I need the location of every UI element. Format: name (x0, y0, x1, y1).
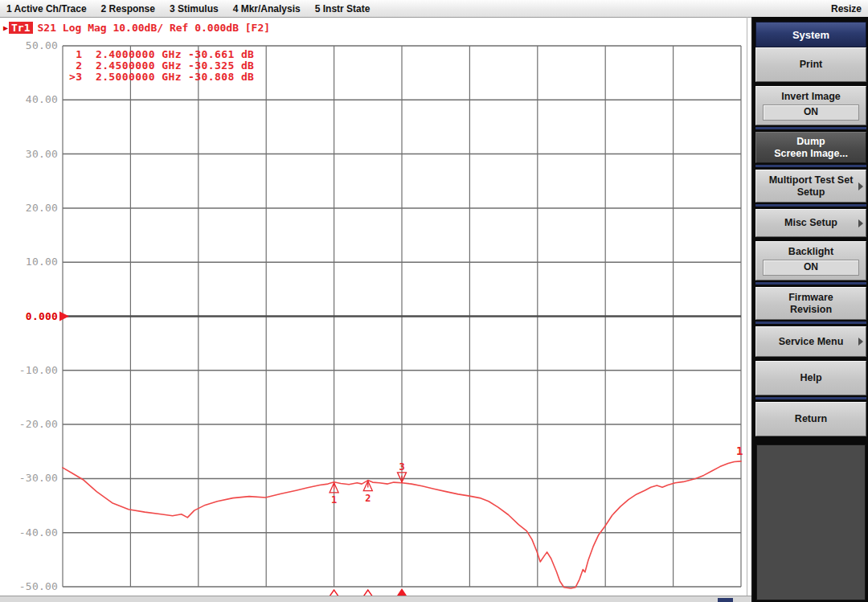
toggle-state-invert-image: ON (763, 104, 859, 121)
plot-sidebar-divider (747, 17, 747, 596)
sidebar-button-backlight[interactable]: BacklightON (755, 241, 866, 281)
sidebar-group-separator (755, 320, 866, 326)
sidebar-button-misc-setup[interactable]: Misc Setup (755, 209, 866, 237)
y-tick-label-10-00: 10.00 (0, 256, 58, 268)
sidebar-group-separator (755, 281, 866, 287)
sidebar-button-label: Misc Setup (784, 217, 837, 229)
marker-readout: 1 2.4000000 GHz -30.661 dB 2 2.4500000 G… (69, 49, 254, 83)
menu-item-5-instr-state[interactable]: 5 Instr State (315, 3, 371, 14)
ref-level-left-triangle-icon[interactable] (59, 312, 69, 321)
active-trace-arrow-icon: ▶ (3, 23, 8, 32)
trace-format-text: S21 Log Mag 10.00dB/ Ref 0.000dB [F2] (38, 22, 271, 34)
marker-3-label: 3 (399, 461, 404, 473)
sidebar-button-label: Print (800, 59, 822, 71)
y-tick-label-50-00: -50.00 (0, 580, 58, 592)
bottom-grip (718, 598, 733, 602)
y-tick-label-20-00: 20.00 (0, 202, 58, 214)
y-tick-label-40-00: -40.00 (0, 526, 58, 539)
marker-readout-row-1: 1 2.4000000 GHz -30.661 dB (69, 49, 254, 60)
sidebar-group-separator (755, 163, 866, 170)
y-tick-label-20-00: -20.00 (0, 418, 58, 430)
sidebar-button-label: Screen Image... (774, 148, 848, 160)
trace-header: ▶ Tr1 S21 Log Mag 10.00dB/ Ref 0.000dB [… (3, 21, 270, 34)
softkey-sidebar: System PrintInvert ImageONDumpScreen Ima… (751, 17, 868, 602)
sidebar-button-service-menu[interactable]: Service Menu (755, 326, 866, 357)
submenu-arrow-icon (858, 338, 863, 346)
menu-item-1-active-ch-trace[interactable]: 1 Active Ch/Trace (6, 3, 87, 14)
y-tick-label-0-000: 0.000 (0, 310, 58, 322)
sidebar-button-label: Setup (797, 186, 825, 199)
sidebar-button-label: Invert Image (781, 91, 841, 103)
window-bottom-edge (0, 596, 751, 602)
trace-badge[interactable]: Tr1 (9, 22, 32, 34)
sidebar-button-label: Firmware (788, 292, 833, 304)
sidebar-group-separator (755, 125, 866, 132)
sidebar-button-label: Revision (790, 304, 832, 316)
sidebar-button-help[interactable]: Help (755, 361, 866, 395)
sidebar-empty-area (756, 444, 866, 600)
sidebar-button-label: Service Menu (779, 336, 844, 348)
menu-item-resize[interactable]: Resize (831, 3, 862, 14)
y-tick-label-30-00: -30.00 (0, 472, 58, 484)
submenu-arrow-icon (858, 182, 863, 190)
sidebar-menu-title: System (755, 22, 866, 47)
y-tick-label-50-00: 50.00 (0, 39, 58, 51)
sidebar-button-multiport-test-set-setup[interactable]: Multiport Test SetSetup (755, 170, 866, 203)
sidebar-button-label: Dump (796, 136, 825, 148)
y-tick-label-40-00: 40.00 (0, 93, 58, 105)
sidebar-button-return[interactable]: Return (755, 402, 866, 436)
menu-bar: 1 Active Ch/Trace2 Response3 Stimulus4 M… (0, 0, 868, 18)
y-tick-label-30-00: 30.00 (0, 148, 58, 160)
toggle-state-backlight: ON (763, 260, 859, 276)
sidebar-group-separator (755, 395, 866, 402)
sidebar-gap (755, 436, 866, 440)
menu-item-4-mkr-analysis[interactable]: 4 Mkr/Analysis (233, 3, 301, 14)
sidebar-group-separator (755, 203, 866, 209)
plot-area: 1123 (53, 40, 757, 602)
trace-number-label: 1 (736, 444, 743, 457)
menu-bar-items: 1 Active Ch/Trace2 Response3 Stimulus4 M… (0, 3, 378, 14)
sidebar-button-firmware-revision[interactable]: FirmwareRevision (755, 287, 866, 320)
sidebar-button-label: Backlight (788, 246, 833, 258)
sidebar-button-dump-screen-image[interactable]: DumpScreen Image... (755, 132, 866, 163)
marker-readout-row-3: >3 2.5000000 GHz -30.808 dB (69, 72, 254, 83)
menu-item-2-response[interactable]: 2 Response (101, 3, 155, 14)
submenu-arrow-icon (858, 219, 863, 227)
sidebar-button-invert-image[interactable]: Invert ImageON (755, 86, 866, 125)
marker-2-label: 2 (365, 493, 371, 504)
sidebar-button-print[interactable]: Print (755, 47, 866, 82)
sidebar-button-label: Multiport Test Set (769, 174, 854, 186)
sidebar-button-label: Return (795, 413, 827, 425)
marker-readout-row-2: 2 2.4500000 GHz -30.325 dB (69, 60, 254, 72)
sidebar-button-label: Help (800, 372, 821, 384)
y-tick-label-10-00: -10.00 (0, 364, 58, 376)
menu-item-3-stimulus[interactable]: 3 Stimulus (170, 3, 219, 14)
marker-1-label: 1 (331, 494, 337, 506)
